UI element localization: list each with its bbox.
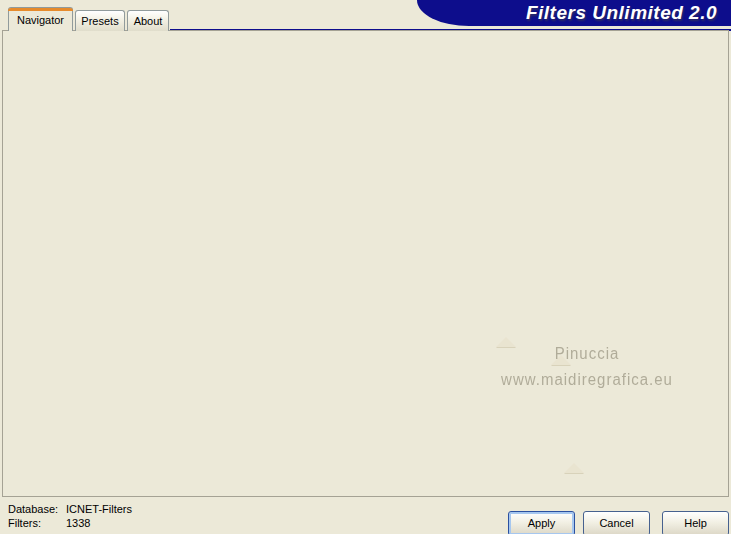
help-button[interactable]: Help: [662, 511, 729, 534]
status-filters-value: 1338: [66, 517, 90, 529]
filters-unlimited-dialog: Filters Unlimited 2.0 Navigator Presets …: [0, 0, 731, 534]
tab-navigator[interactable]: Navigator: [8, 7, 73, 31]
tab-about[interactable]: About: [127, 10, 169, 31]
slider-thumb-icon[interactable]: [551, 355, 571, 365]
cancel-button[interactable]: Cancel: [583, 511, 650, 534]
slider-thumb-icon[interactable]: [496, 337, 516, 347]
apply-button[interactable]: Apply: [508, 511, 575, 534]
status-filters-label: Filters:: [8, 517, 41, 529]
status-database-value: ICNET-Filters: [66, 503, 132, 515]
title-banner: Filters Unlimited 2.0: [417, 0, 731, 26]
status-database-label: Database:: [8, 503, 58, 515]
tab-presets[interactable]: Presets: [75, 10, 125, 31]
tab-navigator-label: Navigator: [17, 14, 64, 26]
title-banner-text: Filters Unlimited 2.0: [526, 2, 717, 23]
tab-presets-label: Presets: [81, 15, 118, 27]
navigator-tab-page: [2, 30, 729, 497]
tab-about-label: About: [134, 15, 163, 27]
slider-thumb-icon[interactable]: [564, 463, 584, 473]
